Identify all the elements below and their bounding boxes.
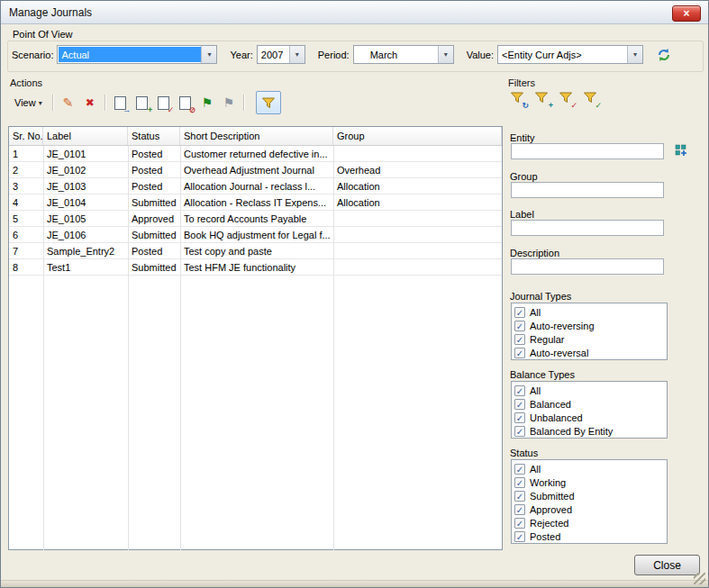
checkbox-icon[interactable]: ✓ [514, 334, 525, 345]
checkbox-option-all[interactable]: ✓All [514, 305, 664, 319]
value-combobox[interactable]: <Entity Curr Adjs> ▾ [497, 45, 643, 64]
reject-slash-icon: ⊘ [189, 105, 196, 114]
table-cell: JE_0104 [43, 194, 128, 210]
apply-filter-button[interactable]: ✓ [583, 90, 599, 106]
close-button[interactable]: Close [634, 555, 700, 575]
checkbox-icon[interactable]: ✓ [514, 321, 525, 331]
column-header-srno[interactable]: Sr. No. [9, 127, 43, 145]
table-cell: 3 [9, 178, 43, 194]
table-gridline [43, 146, 44, 550]
table-cell: Allocation [333, 194, 502, 210]
table-cell: Posted [128, 162, 180, 177]
checkbox-label: All [530, 385, 541, 396]
table-cell: Approved [128, 211, 180, 226]
filter-toggle-button[interactable] [256, 91, 281, 114]
member-selector-button[interactable] [675, 144, 687, 157]
refresh-pov-button[interactable] [656, 47, 672, 63]
table-row[interactable]: 8Test1SubmittedTest HFM JE functionality [9, 259, 502, 276]
reject-journal-button[interactable]: ⊘ [175, 92, 196, 113]
unsubmit-journal-button[interactable]: + [132, 92, 153, 113]
group-filter-input[interactable] [511, 182, 664, 198]
checkbox-option-balanced-by-entity[interactable]: ✓Balanced By Entity [514, 424, 664, 438]
table-row[interactable]: 4JE_0104SubmittedAllocation - Reclass IT… [9, 194, 502, 211]
checkbox-icon[interactable]: ✓ [514, 518, 525, 529]
label-filter-input[interactable] [511, 220, 664, 236]
table-cell: JE_0101 [43, 146, 128, 161]
resize-grip[interactable] [694, 573, 705, 584]
approve-check-icon: ✓ [168, 105, 175, 114]
entity-filter-input[interactable] [511, 143, 664, 159]
checkbox-option-unbalanced[interactable]: ✓Unbalanced [514, 411, 664, 424]
checkbox-label: All [530, 464, 541, 475]
period-label: Period: [318, 50, 350, 60]
view-menu-button[interactable]: View ▾ [8, 92, 49, 113]
clear-filter-button[interactable]: ✓ [559, 90, 575, 106]
table-cell: 1 [9, 146, 43, 161]
checkbox-option-regular[interactable]: ✓Regular [514, 332, 664, 346]
checkbox-icon[interactable]: ✓ [514, 348, 525, 358]
column-header-label[interactable]: Label [43, 127, 128, 145]
checkbox-label: Balanced [530, 399, 571, 410]
table-row[interactable]: 2JE_0102PostedOverhead Adjustment Journa… [9, 162, 502, 178]
checkbox-icon[interactable]: ✓ [514, 491, 525, 502]
scenario-value: Actual [59, 47, 201, 62]
year-label: Year: [230, 50, 252, 60]
checkbox-icon[interactable]: ✓ [514, 412, 525, 423]
chevron-down-icon[interactable]: ▾ [438, 46, 453, 63]
checkbox-icon[interactable]: ✓ [514, 307, 525, 318]
checkbox-option-auto-reversing[interactable]: ✓Auto-reversing [514, 319, 664, 332]
submit-journal-button[interactable]: → [110, 92, 132, 113]
checkbox-option-all[interactable]: ✓All [514, 462, 664, 475]
checkbox-icon[interactable]: ✓ [514, 399, 525, 410]
checkbox-icon[interactable]: ✓ [514, 477, 525, 488]
table-row[interactable]: 5JE_0105ApprovedTo record Accounts Payab… [9, 211, 502, 227]
table-row[interactable]: 3JE_0103PostedAllocation Journal - recla… [9, 178, 502, 194]
description-filter-input[interactable] [511, 258, 664, 275]
column-header-short-description[interactable]: Short Description [180, 127, 333, 145]
checkbox-option-auto-reversal[interactable]: ✓Auto-reversal [514, 346, 664, 359]
column-header-group[interactable]: Group [333, 127, 502, 145]
checkbox-icon[interactable]: ✓ [514, 426, 525, 437]
checkbox-option-balanced[interactable]: ✓Balanced [514, 397, 664, 411]
chevron-down-icon[interactable]: ▾ [201, 46, 216, 63]
value-label: Value: [467, 50, 494, 60]
checkbox-option-working[interactable]: ✓Working [514, 475, 664, 489]
checkbox-label: Balanced By Entity [530, 426, 613, 437]
refresh-filter-button[interactable]: ↻ [510, 90, 526, 106]
checkbox-label: Rejected [530, 518, 568, 529]
period-combobox[interactable]: March ▾ [353, 45, 454, 64]
checkbox-option-all[interactable]: ✓All [514, 384, 664, 397]
chevron-down-icon[interactable]: ▾ [289, 46, 305, 63]
unpost-journal-button[interactable]: ⚑ [218, 92, 240, 113]
scenario-combobox[interactable]: Actual ▾ [57, 45, 217, 64]
journal-types-list: ✓All✓Auto-reversing✓Regular✓Auto-reversa… [511, 303, 668, 360]
table-row[interactable]: 6JE_0106SubmittedBook HQ adjustment for … [9, 227, 502, 243]
post-journal-button[interactable]: ⚑ [196, 92, 218, 113]
table-cell: Sample_Entry2 [43, 243, 128, 258]
table-cell [333, 211, 502, 226]
checkbox-option-rejected[interactable]: ✓Rejected [514, 516, 664, 529]
journal-table-body: 1JE_0101PostedCustomer returned defectiv… [9, 146, 502, 550]
title-bar[interactable]: Manage Journals [1, 1, 708, 24]
balance-types-list: ✓All✓Balanced✓Unbalanced✓Balanced By Ent… [511, 381, 668, 439]
table-row[interactable]: 7Sample_Entry2PostedTest copy and paste [9, 243, 502, 259]
chevron-down-icon[interactable]: ▾ [627, 46, 642, 63]
checkbox-icon[interactable]: ✓ [514, 504, 525, 515]
column-header-status[interactable]: Status [128, 127, 180, 145]
table-cell: 7 [9, 243, 43, 258]
window-close-button[interactable]: × [672, 5, 701, 22]
checkbox-icon[interactable]: ✓ [514, 531, 525, 542]
checkbox-option-submitted[interactable]: ✓Submitted [514, 489, 664, 502]
checkbox-option-approved[interactable]: ✓Approved [514, 502, 664, 516]
checkbox-icon[interactable]: ✓ [514, 385, 525, 396]
checkbox-icon[interactable]: ✓ [514, 464, 525, 475]
chevron-down-icon: ▾ [39, 99, 42, 107]
delete-journal-button[interactable]: ✖ [79, 92, 101, 113]
year-combobox[interactable]: 2007 ▾ [257, 45, 305, 64]
edit-journal-button[interactable]: ✎ [58, 92, 79, 113]
table-cell [333, 227, 502, 242]
checkbox-option-posted[interactable]: ✓Posted [514, 529, 664, 543]
table-row[interactable]: 1JE_0101PostedCustomer returned defectiv… [9, 146, 502, 162]
manage-filters-button[interactable]: + [534, 90, 550, 106]
approve-journal-button[interactable]: ✓ [153, 92, 175, 113]
